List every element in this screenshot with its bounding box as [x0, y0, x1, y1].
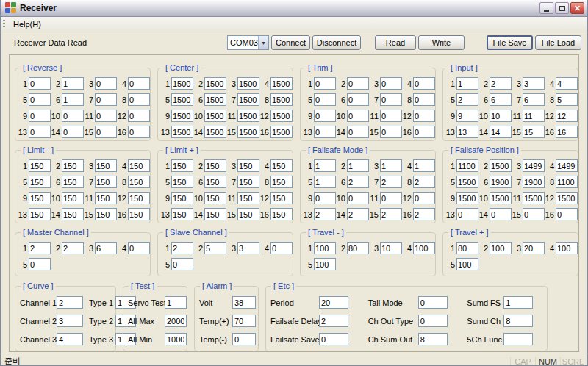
limit-plus-ch2-input[interactable] [204, 159, 226, 172]
failsafe-mode-ch3-input[interactable] [380, 159, 402, 172]
input-ch1-input[interactable] [456, 77, 478, 90]
trim-ch16-input[interactable] [413, 126, 435, 138]
failsafe-position-ch2-input[interactable] [490, 159, 512, 172]
limit-minus-ch3-input[interactable] [95, 159, 117, 172]
center-ch11-input[interactable] [237, 110, 259, 122]
limit-plus-ch16-input[interactable] [270, 208, 293, 220]
limit-minus-ch14-input[interactable] [62, 208, 84, 220]
failsafe-mode-ch16-input[interactable] [413, 208, 435, 220]
etc-field-7-input[interactable] [418, 333, 448, 345]
minimize-button[interactable] [539, 2, 553, 14]
reverse-ch11-input[interactable] [95, 110, 117, 122]
trim-ch5-input[interactable] [314, 93, 336, 106]
reverse-ch12-input[interactable] [128, 110, 150, 122]
input-ch8-input[interactable] [556, 93, 578, 106]
limit-minus-ch11-input[interactable] [95, 192, 117, 204]
file-save-button[interactable]: File Save [487, 35, 533, 50]
input-ch2-input[interactable] [490, 77, 512, 90]
reverse-ch13-input[interactable] [29, 126, 51, 138]
limit-minus-ch6-input[interactable] [62, 176, 84, 188]
trim-ch9-input[interactable] [314, 110, 336, 122]
center-ch14-input[interactable] [204, 126, 226, 138]
trim-ch8-input[interactable] [413, 93, 435, 106]
center-ch4-input[interactable] [270, 77, 293, 90]
menu-help[interactable]: Help(H) [8, 18, 46, 30]
curve-field-4-input[interactable] [57, 333, 83, 345]
limit-minus-ch8-input[interactable] [128, 176, 150, 188]
reverse-ch10-input[interactable] [62, 110, 84, 122]
limit-plus-ch1-input[interactable] [171, 159, 193, 172]
failsafe-position-ch1-input[interactable] [456, 159, 478, 172]
limit-minus-ch10-input[interactable] [62, 192, 84, 204]
limit-plus-ch14-input[interactable] [204, 208, 226, 220]
center-ch8-input[interactable] [270, 93, 293, 106]
travel-minus-ch2-input[interactable] [347, 242, 369, 254]
input-ch15-input[interactable] [523, 126, 545, 138]
trim-ch6-input[interactable] [347, 93, 369, 106]
master-channel-ch5-input[interactable] [29, 258, 51, 270]
input-ch11-input[interactable] [523, 110, 545, 122]
etc-field-4-input[interactable] [418, 315, 448, 327]
etc-field-3-input[interactable] [319, 315, 348, 327]
file-load-button[interactable]: File Load [535, 35, 581, 50]
center-ch6-input[interactable] [204, 93, 226, 106]
input-ch6-input[interactable] [490, 93, 512, 106]
input-ch5-input[interactable] [456, 93, 478, 106]
trim-ch1-input[interactable] [314, 77, 336, 90]
reverse-ch3-input[interactable] [95, 77, 117, 90]
read-button[interactable]: Read [375, 35, 416, 50]
reverse-ch8-input[interactable] [128, 93, 150, 106]
failsafe-position-ch10-input[interactable] [490, 192, 512, 204]
connect-button[interactable]: Connect [271, 35, 310, 50]
travel-plus-ch3-input[interactable] [523, 242, 545, 254]
input-ch4-input[interactable] [556, 77, 578, 90]
master-channel-ch4-input[interactable] [128, 242, 150, 254]
failsafe-position-ch14-input[interactable] [490, 208, 512, 220]
center-ch1-input[interactable] [171, 77, 193, 90]
input-ch13-input[interactable] [456, 126, 478, 138]
alarm-field-0-input[interactable] [232, 296, 256, 309]
failsafe-mode-ch10-input[interactable] [347, 192, 369, 204]
trim-ch10-input[interactable] [347, 110, 369, 122]
etc-field-0-input[interactable] [319, 296, 348, 309]
travel-plus-ch5-input[interactable] [456, 258, 478, 270]
limit-minus-ch9-input[interactable] [29, 192, 51, 204]
travel-minus-ch1-input[interactable] [314, 242, 336, 254]
center-ch7-input[interactable] [237, 93, 259, 106]
test-field-2-input[interactable] [165, 333, 187, 345]
travel-plus-ch1-input[interactable] [456, 242, 478, 254]
failsafe-position-ch5-input[interactable] [456, 176, 478, 188]
travel-plus-ch2-input[interactable] [490, 242, 512, 254]
failsafe-mode-ch13-input[interactable] [314, 208, 336, 220]
failsafe-position-ch7-input[interactable] [523, 176, 545, 188]
failsafe-position-ch12-input[interactable] [556, 192, 578, 204]
center-ch5-input[interactable] [171, 93, 193, 106]
slave-channel-ch5-input[interactable] [171, 258, 193, 270]
limit-plus-ch8-input[interactable] [270, 176, 293, 188]
limit-plus-ch5-input[interactable] [171, 176, 193, 188]
limit-minus-ch13-input[interactable] [29, 208, 51, 220]
etc-field-8-input[interactable] [503, 333, 533, 345]
input-ch3-input[interactable] [523, 77, 545, 90]
travel-minus-ch5-input[interactable] [314, 258, 336, 270]
center-ch2-input[interactable] [204, 77, 226, 90]
etc-field-1-input[interactable] [418, 296, 448, 309]
reverse-ch4-input[interactable] [128, 77, 150, 90]
reverse-ch14-input[interactable] [62, 126, 84, 138]
com-port-select[interactable]: COM03 ▼ [227, 35, 269, 50]
failsafe-mode-ch9-input[interactable] [314, 192, 336, 204]
master-channel-ch2-input[interactable] [62, 242, 84, 254]
curve-field-2-input[interactable] [57, 315, 83, 327]
limit-plus-ch12-input[interactable] [270, 192, 293, 204]
master-channel-ch3-input[interactable] [95, 242, 117, 254]
input-ch16-input[interactable] [556, 126, 578, 138]
limit-minus-ch2-input[interactable] [62, 159, 84, 172]
failsafe-mode-ch2-input[interactable] [347, 159, 369, 172]
etc-field-2-input[interactable] [503, 296, 533, 309]
failsafe-mode-ch5-input[interactable] [314, 176, 336, 188]
limit-minus-ch1-input[interactable] [29, 159, 51, 172]
failsafe-mode-ch1-input[interactable] [314, 159, 336, 172]
input-ch9-input[interactable] [456, 110, 478, 122]
reverse-ch7-input[interactable] [95, 93, 117, 106]
center-ch13-input[interactable] [171, 126, 193, 138]
